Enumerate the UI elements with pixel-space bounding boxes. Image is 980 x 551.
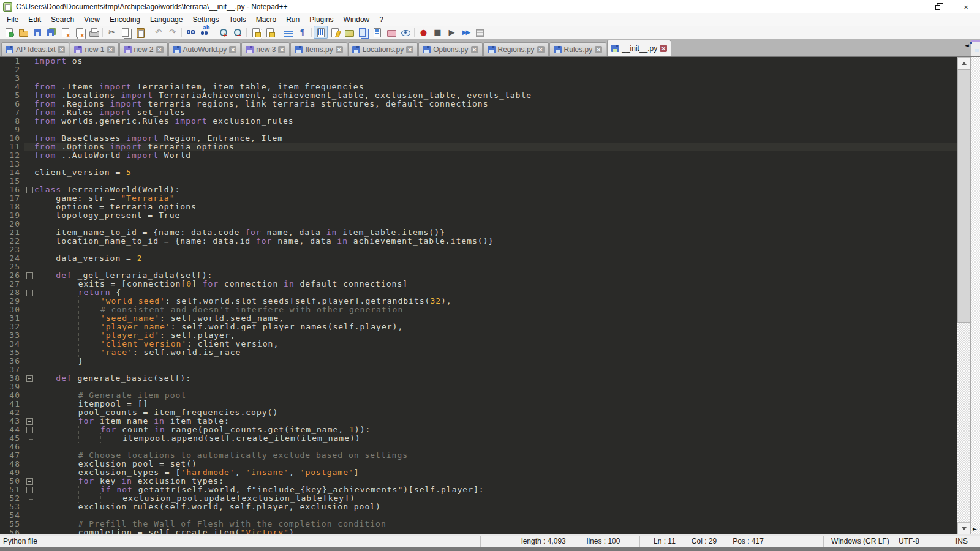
close-all-button[interactable] <box>72 26 86 39</box>
code-line[interactable]: 53 exclusion_rules(self.world, self.play… <box>0 503 957 511</box>
code-line[interactable]: 36 } <box>0 357 957 365</box>
code-line[interactable]: 18 options = terraria_options <box>0 203 957 211</box>
menu-settings[interactable]: Settings <box>187 14 224 25</box>
scrollbar-thumb[interactable] <box>957 69 970 323</box>
code-line[interactable]: 49 exclusion_types = ['hardmode', 'insan… <box>0 468 957 477</box>
undo-button[interactable]: ↶ <box>151 26 165 39</box>
menu-[interactable]: ? <box>374 14 388 25</box>
word-wrap-button[interactable] <box>281 26 295 39</box>
fold-collapse-icon[interactable] <box>24 477 34 485</box>
close-tab-icon[interactable]: × <box>156 46 164 53</box>
menu-edit[interactable]: Edit <box>23 14 46 25</box>
code-line[interactable]: 56 completion = self.create_item("Victor… <box>0 528 957 534</box>
code-line[interactable]: 14client_version = 5 <box>0 168 957 177</box>
menu-run[interactable]: Run <box>281 14 304 25</box>
menu-encoding[interactable]: Encoding <box>105 14 145 25</box>
monitoring-edit-button[interactable] <box>370 26 384 39</box>
minimize-button[interactable] <box>895 0 924 13</box>
save-all-button[interactable] <box>44 26 58 39</box>
macro-stop-button[interactable]: ■ <box>431 26 445 39</box>
code-line[interactable]: 26 def _get_terraria_data(self): <box>0 271 957 280</box>
paste-button[interactable] <box>133 26 147 39</box>
code-line[interactable]: 29 'world_seed': self.world.slot_seeds[s… <box>0 297 957 305</box>
fold-collapse-icon[interactable] <box>24 186 34 194</box>
code-line[interactable]: 32 'player_name': self.world.get_player_… <box>0 323 957 331</box>
tab-regions-py[interactable]: Regions.py× <box>483 42 549 56</box>
edge-right-arrow-icon[interactable]: ► <box>973 526 977 532</box>
code-line[interactable]: 17 game: str = "Terraria" <box>0 194 957 203</box>
code-line[interactable]: 50 for key in exclusion_types: <box>0 477 957 485</box>
find-button[interactable] <box>184 26 198 39</box>
code-line[interactable]: 8from worlds.generic.Rules import exclus… <box>0 117 957 126</box>
close-tab-icon[interactable]: × <box>537 46 545 53</box>
code-line[interactable]: 27 exits = [connection[0] for connection… <box>0 280 957 288</box>
close-tab-icon[interactable]: × <box>58 46 65 53</box>
menu-macro[interactable]: Macro <box>251 14 281 25</box>
code-line[interactable]: 11from .Options import terraria_options <box>0 143 957 151</box>
code-line[interactable]: 19 topology_present = True <box>0 211 957 220</box>
menu-view[interactable]: View <box>79 14 105 25</box>
code-line[interactable]: 13 <box>0 160 957 168</box>
tab--init-py[interactable]: __init__.py× <box>607 40 671 56</box>
macro-record-button[interactable]: ● <box>417 26 431 39</box>
tab-autoworld-py[interactable]: AutoWorld.py× <box>168 42 241 56</box>
code-line[interactable]: 31 'seed_name': self.world.seed_name, <box>0 314 957 323</box>
code-line[interactable]: 4from .Items import TerrariaItem, item_t… <box>0 83 957 91</box>
code-line[interactable]: 45 itempool.append(self.create_item(item… <box>0 434 957 443</box>
code-line[interactable]: 25 <box>0 263 957 271</box>
tab-ap-ideas-txt[interactable]: AP Ideas.txt× <box>1 42 69 56</box>
code-line[interactable]: 15 <box>0 177 957 186</box>
code-line[interactable]: 12from ..AutoWorld import World <box>0 151 957 160</box>
project-panel-button[interactable] <box>384 26 398 39</box>
sync-horizontal-button[interactable] <box>263 26 277 39</box>
tab-new-1[interactable]: new 1× <box>70 42 118 56</box>
close-tab-icon[interactable]: × <box>471 46 478 53</box>
tab-new-3[interactable]: new 3× <box>241 42 290 56</box>
cut-button[interactable]: ✂ <box>105 26 119 39</box>
code-line[interactable]: 35 'race': self.world.is_race <box>0 348 957 357</box>
new-file-button[interactable] <box>2 26 16 39</box>
close-tab-icon[interactable]: × <box>229 46 236 53</box>
code-line[interactable]: 33 'player_id': self.player, <box>0 331 957 340</box>
redo-button[interactable]: ↷ <box>165 26 179 39</box>
menu-window[interactable]: Window <box>339 14 375 25</box>
menu-language[interactable]: Language <box>145 14 187 25</box>
show-all-chars-button[interactable]: ¶ <box>295 26 309 39</box>
close-tab-icon[interactable]: × <box>278 46 285 53</box>
function-list-button[interactable] <box>328 26 342 39</box>
zoom-in-button[interactable] <box>216 26 230 39</box>
code-line[interactable]: 21 item_name_to_id = {name: data.code fo… <box>0 228 957 237</box>
code-line[interactable]: 34 'client_version': client_version, <box>0 340 957 348</box>
code-area[interactable]: 1import os234from .Items import Terraria… <box>0 57 957 534</box>
open-file-button[interactable] <box>16 26 30 39</box>
code-line[interactable]: 6from .Regions import terraria_regions, … <box>0 100 957 108</box>
doc-list-button[interactable] <box>356 26 370 39</box>
code-line[interactable]: 16class TerrariaWorld(World): <box>0 186 957 194</box>
close-tab-icon[interactable]: × <box>406 46 413 53</box>
code-line[interactable]: 7from .Rules import set_rules <box>0 108 957 117</box>
code-line[interactable]: 30 # consistent and doesn't interfere wi… <box>0 305 957 314</box>
restore-button[interactable] <box>924 0 952 13</box>
code-line[interactable]: 2 <box>0 66 957 74</box>
vertical-scrollbar[interactable] <box>957 57 970 534</box>
scroll-up-button[interactable] <box>957 57 970 69</box>
code-line[interactable]: 41 itempool = [] <box>0 400 957 408</box>
close-tab-icon[interactable]: × <box>595 46 602 53</box>
code-line[interactable]: 39 <box>0 383 957 391</box>
code-line[interactable]: 40 # Generate item pool <box>0 391 957 400</box>
code-line[interactable]: 10from BaseClasses import Region, Entran… <box>0 134 957 143</box>
code-line[interactable]: 20 <box>0 220 957 228</box>
menu-plugins[interactable]: Plugins <box>304 14 338 25</box>
macro-play-button[interactable]: ▶ <box>445 26 459 39</box>
menu-search[interactable]: Search <box>46 14 79 25</box>
code-line[interactable]: 52 exclusion_pool.update(exclusion_table… <box>0 494 957 503</box>
menu-tools[interactable]: Tools <box>224 14 251 25</box>
tab-new-2[interactable]: new 2× <box>119 42 168 56</box>
code-line[interactable]: 54 <box>0 511 957 520</box>
code-line[interactable]: 37 <box>0 365 957 374</box>
save-button[interactable] <box>30 26 44 39</box>
doc-map-button[interactable] <box>342 26 356 39</box>
scroll-down-button[interactable] <box>957 522 970 534</box>
copy-button[interactable] <box>119 26 133 39</box>
fold-collapse-icon[interactable] <box>24 425 34 434</box>
